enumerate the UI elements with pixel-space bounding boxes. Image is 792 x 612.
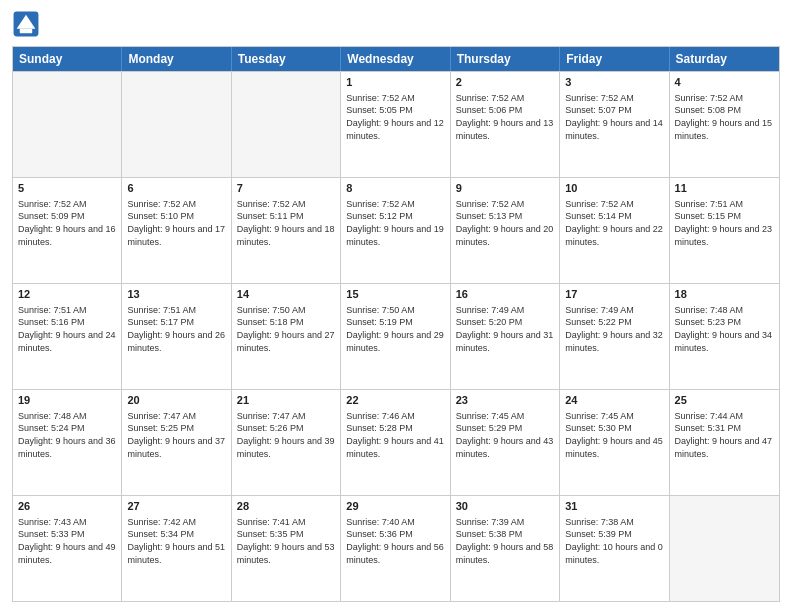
day-number: 17 — [565, 287, 663, 302]
day-cell-8: 8Sunrise: 7:52 AMSunset: 5:12 PMDaylight… — [341, 178, 450, 283]
day-cell-31: 31Sunrise: 7:38 AMSunset: 5:39 PMDayligh… — [560, 496, 669, 601]
day-number: 27 — [127, 499, 225, 514]
day-info: Sunrise: 7:52 AMSunset: 5:13 PMDaylight:… — [456, 198, 554, 248]
header-day-tuesday: Tuesday — [232, 47, 341, 71]
day-number: 31 — [565, 499, 663, 514]
calendar: SundayMondayTuesdayWednesdayThursdayFrid… — [12, 46, 780, 602]
day-cell-22: 22Sunrise: 7:46 AMSunset: 5:28 PMDayligh… — [341, 390, 450, 495]
day-cell-25: 25Sunrise: 7:44 AMSunset: 5:31 PMDayligh… — [670, 390, 779, 495]
day-number: 5 — [18, 181, 116, 196]
day-info: Sunrise: 7:52 AMSunset: 5:08 PMDaylight:… — [675, 92, 774, 142]
day-info: Sunrise: 7:45 AMSunset: 5:29 PMDaylight:… — [456, 410, 554, 460]
day-info: Sunrise: 7:43 AMSunset: 5:33 PMDaylight:… — [18, 516, 116, 566]
day-cell-5: 5Sunrise: 7:52 AMSunset: 5:09 PMDaylight… — [13, 178, 122, 283]
day-number: 9 — [456, 181, 554, 196]
day-info: Sunrise: 7:49 AMSunset: 5:22 PMDaylight:… — [565, 304, 663, 354]
day-cell-4: 4Sunrise: 7:52 AMSunset: 5:08 PMDaylight… — [670, 72, 779, 177]
day-info: Sunrise: 7:50 AMSunset: 5:18 PMDaylight:… — [237, 304, 335, 354]
day-cell-27: 27Sunrise: 7:42 AMSunset: 5:34 PMDayligh… — [122, 496, 231, 601]
day-number: 6 — [127, 181, 225, 196]
day-cell-11: 11Sunrise: 7:51 AMSunset: 5:15 PMDayligh… — [670, 178, 779, 283]
day-number: 21 — [237, 393, 335, 408]
day-number: 12 — [18, 287, 116, 302]
day-cell-24: 24Sunrise: 7:45 AMSunset: 5:30 PMDayligh… — [560, 390, 669, 495]
header — [12, 10, 780, 38]
day-info: Sunrise: 7:48 AMSunset: 5:23 PMDaylight:… — [675, 304, 774, 354]
day-number: 18 — [675, 287, 774, 302]
day-cell-19: 19Sunrise: 7:48 AMSunset: 5:24 PMDayligh… — [13, 390, 122, 495]
calendar-body: 1Sunrise: 7:52 AMSunset: 5:05 PMDaylight… — [13, 71, 779, 601]
day-cell-26: 26Sunrise: 7:43 AMSunset: 5:33 PMDayligh… — [13, 496, 122, 601]
day-cell-28: 28Sunrise: 7:41 AMSunset: 5:35 PMDayligh… — [232, 496, 341, 601]
day-info: Sunrise: 7:47 AMSunset: 5:26 PMDaylight:… — [237, 410, 335, 460]
calendar-row-0: 1Sunrise: 7:52 AMSunset: 5:05 PMDaylight… — [13, 71, 779, 177]
header-day-thursday: Thursday — [451, 47, 560, 71]
day-cell-23: 23Sunrise: 7:45 AMSunset: 5:29 PMDayligh… — [451, 390, 560, 495]
header-day-friday: Friday — [560, 47, 669, 71]
day-cell-20: 20Sunrise: 7:47 AMSunset: 5:25 PMDayligh… — [122, 390, 231, 495]
day-number: 8 — [346, 181, 444, 196]
header-day-saturday: Saturday — [670, 47, 779, 71]
day-number: 15 — [346, 287, 444, 302]
day-info: Sunrise: 7:52 AMSunset: 5:10 PMDaylight:… — [127, 198, 225, 248]
day-info: Sunrise: 7:51 AMSunset: 5:17 PMDaylight:… — [127, 304, 225, 354]
day-cell-17: 17Sunrise: 7:49 AMSunset: 5:22 PMDayligh… — [560, 284, 669, 389]
calendar-row-2: 12Sunrise: 7:51 AMSunset: 5:16 PMDayligh… — [13, 283, 779, 389]
empty-cell — [122, 72, 231, 177]
day-info: Sunrise: 7:48 AMSunset: 5:24 PMDaylight:… — [18, 410, 116, 460]
day-info: Sunrise: 7:49 AMSunset: 5:20 PMDaylight:… — [456, 304, 554, 354]
day-info: Sunrise: 7:52 AMSunset: 5:07 PMDaylight:… — [565, 92, 663, 142]
day-info: Sunrise: 7:51 AMSunset: 5:15 PMDaylight:… — [675, 198, 774, 248]
day-info: Sunrise: 7:45 AMSunset: 5:30 PMDaylight:… — [565, 410, 663, 460]
day-number: 22 — [346, 393, 444, 408]
day-number: 10 — [565, 181, 663, 196]
day-number: 30 — [456, 499, 554, 514]
day-number: 19 — [18, 393, 116, 408]
day-info: Sunrise: 7:46 AMSunset: 5:28 PMDaylight:… — [346, 410, 444, 460]
day-cell-9: 9Sunrise: 7:52 AMSunset: 5:13 PMDaylight… — [451, 178, 560, 283]
logo-icon — [12, 10, 40, 38]
day-cell-6: 6Sunrise: 7:52 AMSunset: 5:10 PMDaylight… — [122, 178, 231, 283]
day-info: Sunrise: 7:52 AMSunset: 5:14 PMDaylight:… — [565, 198, 663, 248]
day-info: Sunrise: 7:39 AMSunset: 5:38 PMDaylight:… — [456, 516, 554, 566]
calendar-row-4: 26Sunrise: 7:43 AMSunset: 5:33 PMDayligh… — [13, 495, 779, 601]
logo — [12, 10, 44, 38]
day-cell-21: 21Sunrise: 7:47 AMSunset: 5:26 PMDayligh… — [232, 390, 341, 495]
header-day-wednesday: Wednesday — [341, 47, 450, 71]
day-number: 28 — [237, 499, 335, 514]
day-number: 14 — [237, 287, 335, 302]
day-cell-14: 14Sunrise: 7:50 AMSunset: 5:18 PMDayligh… — [232, 284, 341, 389]
day-info: Sunrise: 7:47 AMSunset: 5:25 PMDaylight:… — [127, 410, 225, 460]
day-cell-10: 10Sunrise: 7:52 AMSunset: 5:14 PMDayligh… — [560, 178, 669, 283]
day-info: Sunrise: 7:51 AMSunset: 5:16 PMDaylight:… — [18, 304, 116, 354]
calendar-row-3: 19Sunrise: 7:48 AMSunset: 5:24 PMDayligh… — [13, 389, 779, 495]
day-number: 24 — [565, 393, 663, 408]
day-info: Sunrise: 7:44 AMSunset: 5:31 PMDaylight:… — [675, 410, 774, 460]
day-cell-15: 15Sunrise: 7:50 AMSunset: 5:19 PMDayligh… — [341, 284, 450, 389]
day-cell-16: 16Sunrise: 7:49 AMSunset: 5:20 PMDayligh… — [451, 284, 560, 389]
day-number: 7 — [237, 181, 335, 196]
day-number: 26 — [18, 499, 116, 514]
empty-cell — [13, 72, 122, 177]
header-day-monday: Monday — [122, 47, 231, 71]
day-cell-7: 7Sunrise: 7:52 AMSunset: 5:11 PMDaylight… — [232, 178, 341, 283]
day-number: 29 — [346, 499, 444, 514]
day-info: Sunrise: 7:52 AMSunset: 5:05 PMDaylight:… — [346, 92, 444, 142]
day-cell-30: 30Sunrise: 7:39 AMSunset: 5:38 PMDayligh… — [451, 496, 560, 601]
day-info: Sunrise: 7:52 AMSunset: 5:12 PMDaylight:… — [346, 198, 444, 248]
day-cell-12: 12Sunrise: 7:51 AMSunset: 5:16 PMDayligh… — [13, 284, 122, 389]
day-cell-3: 3Sunrise: 7:52 AMSunset: 5:07 PMDaylight… — [560, 72, 669, 177]
day-number: 1 — [346, 75, 444, 90]
day-number: 11 — [675, 181, 774, 196]
calendar-page: SundayMondayTuesdayWednesdayThursdayFrid… — [0, 0, 792, 612]
day-number: 3 — [565, 75, 663, 90]
day-number: 13 — [127, 287, 225, 302]
day-info: Sunrise: 7:40 AMSunset: 5:36 PMDaylight:… — [346, 516, 444, 566]
empty-cell — [670, 496, 779, 601]
day-cell-13: 13Sunrise: 7:51 AMSunset: 5:17 PMDayligh… — [122, 284, 231, 389]
day-number: 23 — [456, 393, 554, 408]
day-number: 25 — [675, 393, 774, 408]
calendar-row-1: 5Sunrise: 7:52 AMSunset: 5:09 PMDaylight… — [13, 177, 779, 283]
day-info: Sunrise: 7:41 AMSunset: 5:35 PMDaylight:… — [237, 516, 335, 566]
day-info: Sunrise: 7:50 AMSunset: 5:19 PMDaylight:… — [346, 304, 444, 354]
